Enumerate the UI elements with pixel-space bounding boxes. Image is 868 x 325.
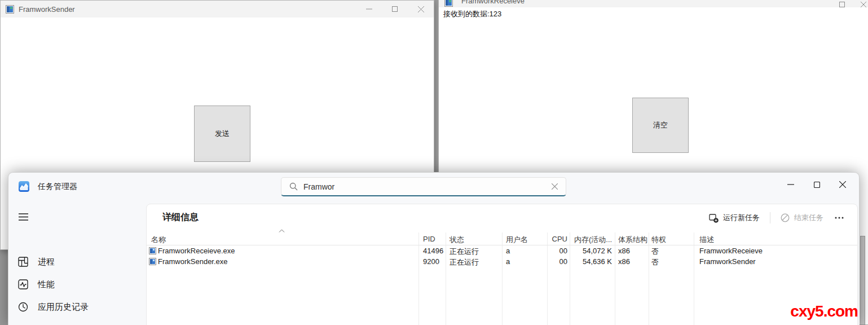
column-header-memory[interactable]: 内存(活动... bbox=[574, 235, 612, 245]
receiver-close-button[interactable] bbox=[855, 0, 868, 13]
sidebar-item-label: 性能 bbox=[38, 279, 55, 290]
app-window-icon bbox=[444, 0, 453, 7]
run-new-task-label: 运行新任务 bbox=[723, 213, 760, 223]
column-header-elevated[interactable]: 特权 bbox=[651, 235, 666, 245]
performance-icon bbox=[17, 279, 29, 290]
sidebar-item-label: 应用历史记录 bbox=[38, 302, 89, 313]
receiver-maximize-button[interactable] bbox=[829, 0, 855, 13]
run-new-task-button[interactable]: 运行新任务 bbox=[703, 209, 765, 226]
column-header-arch[interactable]: 体系结构 bbox=[618, 235, 647, 245]
more-options-icon bbox=[835, 217, 844, 219]
app-history-icon bbox=[17, 301, 29, 313]
scrollbar[interactable] bbox=[860, 236, 865, 325]
taskmgr-minimize-button[interactable] bbox=[778, 174, 804, 195]
watermark: cxy5.com bbox=[790, 302, 858, 320]
sidebar-item-startup-apps[interactable] bbox=[14, 319, 138, 325]
cell-name: FramworkReceieve.exe bbox=[158, 247, 235, 255]
task-manager-title: 任务管理器 bbox=[38, 182, 77, 192]
task-manager-icon bbox=[19, 181, 29, 192]
search-box[interactable] bbox=[281, 177, 566, 196]
column-header-name[interactable]: 名称 bbox=[151, 235, 166, 245]
sidebar-item-processes[interactable]: 进程 bbox=[14, 252, 138, 272]
process-icon bbox=[149, 258, 156, 265]
sender-titlebar[interactable]: FramworkSender bbox=[1, 1, 434, 17]
cell-arch: x86 bbox=[618, 257, 630, 266]
cell-elevated: 否 bbox=[651, 257, 659, 267]
search-clear-icon[interactable] bbox=[552, 183, 558, 190]
cell-cpu: 00 bbox=[548, 257, 567, 266]
task-manager-window: 任务管理器 bbox=[8, 172, 860, 325]
cell-pid: 9200 bbox=[423, 257, 439, 266]
run-new-task-icon bbox=[709, 213, 719, 223]
hamburger-icon bbox=[17, 211, 29, 222]
menu-hamburger-button[interactable] bbox=[14, 207, 138, 227]
cell-name: FramworkSender.exe bbox=[158, 257, 228, 266]
end-task-label: 结束任务 bbox=[794, 213, 823, 223]
sender-minimize-button[interactable] bbox=[356, 1, 382, 17]
search-input[interactable] bbox=[303, 182, 552, 191]
table-row[interactable]: FramworkReceieve.exe 41496 正在运行 a 00 54,… bbox=[147, 245, 857, 256]
cell-description: FramworkReceieve bbox=[699, 247, 763, 255]
clear-button[interactable]: 清空 bbox=[632, 98, 689, 153]
cell-user: a bbox=[506, 257, 510, 266]
receiver-titlebar[interactable]: FramworkReceieve bbox=[439, 0, 868, 7]
sender-close-button[interactable] bbox=[408, 1, 434, 17]
cell-user: a bbox=[506, 247, 510, 255]
process-table: 名称 PID 状态 用户名 CPU 内存(活动... 体系结构 特权 描述 Fr… bbox=[147, 232, 857, 325]
cell-description: FramworkSender bbox=[699, 257, 756, 266]
search-icon bbox=[289, 182, 298, 191]
toolbar-divider bbox=[770, 212, 770, 223]
sidebar-item-app-history[interactable]: 应用历史记录 bbox=[14, 297, 138, 317]
processes-icon bbox=[17, 256, 29, 267]
table-header-row: 名称 PID 状态 用户名 CPU 内存(活动... 体系结构 特权 描述 bbox=[147, 232, 857, 245]
table-row[interactable]: FramworkSender.exe 9200 正在运行 a 00 54,636… bbox=[147, 256, 857, 267]
cell-memory: 54,636 K bbox=[572, 257, 612, 266]
sender-maximize-button[interactable] bbox=[382, 1, 408, 17]
cell-arch: x86 bbox=[618, 247, 630, 255]
send-button[interactable]: 发送 bbox=[194, 106, 250, 162]
sort-ascending-icon[interactable] bbox=[279, 229, 285, 232]
column-header-user[interactable]: 用户名 bbox=[506, 235, 528, 245]
receiver-window-title: FramworkReceieve bbox=[461, 0, 525, 5]
sidebar-item-label: 进程 bbox=[38, 257, 55, 267]
cell-memory: 54,072 K bbox=[572, 247, 612, 255]
sidebar-item-performance[interactable]: 性能 bbox=[14, 274, 138, 295]
app-window-icon bbox=[6, 5, 14, 14]
column-header-description[interactable]: 描述 bbox=[699, 235, 714, 245]
end-task-icon bbox=[781, 213, 790, 222]
cell-status: 正在运行 bbox=[450, 247, 479, 257]
more-options-button[interactable] bbox=[829, 213, 849, 222]
column-header-cpu[interactable]: CPU bbox=[548, 235, 567, 243]
column-header-pid[interactable]: PID bbox=[423, 235, 435, 243]
taskmgr-maximize-button[interactable] bbox=[804, 174, 830, 195]
cell-elevated: 否 bbox=[651, 247, 659, 257]
process-icon bbox=[149, 247, 156, 254]
received-data-label: 接收到的数据:123 bbox=[443, 9, 501, 19]
page-title: 详细信息 bbox=[162, 212, 199, 223]
task-manager-titlebar[interactable]: 任务管理器 bbox=[8, 173, 859, 201]
cell-cpu: 00 bbox=[548, 247, 567, 255]
sender-window-title: FramworkSender bbox=[19, 5, 75, 14]
cell-status: 正在运行 bbox=[450, 257, 479, 267]
taskmgr-close-button[interactable] bbox=[830, 174, 856, 195]
details-panel: 详细信息 运行新任务 结束任务 bbox=[146, 204, 858, 325]
end-task-button[interactable]: 结束任务 bbox=[775, 209, 829, 226]
sidebar: 进程 性能 应用历史记录 bbox=[8, 201, 146, 325]
column-header-status[interactable]: 状态 bbox=[450, 235, 464, 245]
cell-pid: 41496 bbox=[423, 247, 443, 255]
